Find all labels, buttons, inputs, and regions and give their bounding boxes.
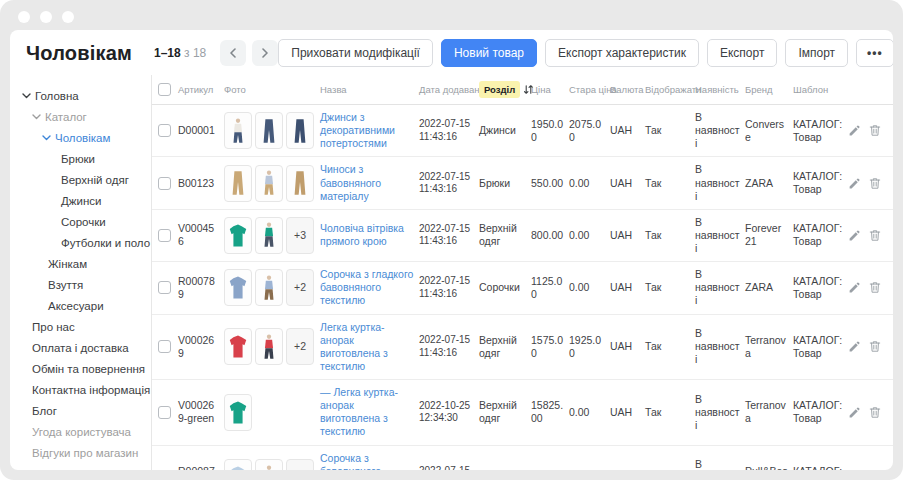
cell-currency: UAH	[610, 223, 645, 248]
new-product-button[interactable]: Новий товар	[441, 39, 537, 67]
import-button[interactable]: Імпорт	[785, 39, 848, 67]
more-photos-badge[interactable]: +2	[286, 269, 314, 306]
cell-name: Джинси з декоративними потертостями	[320, 105, 419, 156]
product-photo-thumbnail[interactable]	[224, 269, 252, 306]
sidebar-item-1[interactable]: Головна	[10, 85, 151, 106]
product-photo-thumbnail[interactable]	[286, 165, 314, 202]
row-checkbox[interactable]	[158, 281, 171, 294]
product-photo-thumbnail[interactable]	[224, 459, 252, 470]
sidebar-item-2[interactable]: Каталог	[10, 106, 151, 127]
sidebar-item-13[interactable]: Оплата і доставка	[10, 337, 151, 358]
sidebar-item-label: Джинси	[61, 195, 101, 207]
cell-currency: UAH	[610, 465, 645, 470]
sidebar-item-16[interactable]: Блог	[10, 400, 151, 421]
product-name-link[interactable]: Джинси з декоративними потертостями	[320, 111, 395, 149]
sidebar-item-12[interactable]: Про нас	[10, 316, 151, 337]
product-photo-thumbnail[interactable]	[224, 112, 252, 149]
sidebar-item-4[interactable]: Брюки	[10, 148, 151, 169]
cell-date: 2022-07-1511:43:16	[419, 165, 479, 202]
window-close-icon[interactable]	[18, 11, 30, 23]
edit-icon[interactable]	[848, 177, 861, 190]
header-cell-brand: Бренд	[745, 84, 793, 95]
edit-icon[interactable]	[848, 281, 861, 294]
product-name-link[interactable]: Чиноси з бавовняного матеріалу	[320, 163, 381, 201]
delete-icon[interactable]	[869, 124, 881, 137]
product-name-link[interactable]: Легка куртка-анорак виготовлена з тексти…	[320, 321, 388, 372]
cell-display: Так	[645, 223, 695, 248]
cell-availability: В наявності	[695, 321, 745, 372]
sidebar-item-5[interactable]: Верхній одяг	[10, 169, 151, 190]
sidebar-item-7[interactable]: Сорочки	[10, 211, 151, 232]
window-minimize-icon[interactable]	[40, 11, 52, 23]
cell-price: 1575.00	[531, 328, 569, 366]
cell-section: Верхній одяг	[479, 328, 531, 366]
sidebar-item-19[interactable]: Мапа сайту	[10, 463, 151, 470]
sidebar-item-15[interactable]: Контактна інформація	[10, 379, 151, 400]
delete-icon[interactable]	[869, 177, 881, 190]
row-checkbox[interactable]	[158, 177, 171, 190]
cell-sku: V000269-green	[178, 393, 224, 431]
prev-page-button[interactable]	[220, 40, 246, 66]
delete-icon[interactable]	[869, 406, 881, 419]
product-photo-thumbnail[interactable]	[255, 328, 283, 365]
sidebar-item-6[interactable]: Джинси	[10, 190, 151, 211]
more-photos-badge[interactable]: +3	[286, 217, 314, 254]
product-photo-thumbnail[interactable]	[224, 394, 252, 431]
delete-icon[interactable]	[869, 229, 881, 242]
delete-icon[interactable]	[869, 340, 881, 353]
sidebar-item-3[interactable]: Чоловікам	[10, 127, 151, 148]
cell-old-price: 0.00	[569, 171, 610, 196]
product-photo-thumbnail[interactable]	[224, 165, 252, 202]
row-checkbox[interactable]	[158, 124, 171, 137]
edit-icon[interactable]	[848, 229, 861, 242]
product-photo-thumbnail[interactable]	[255, 269, 283, 306]
sidebar-item-17[interactable]: Угода користувача	[10, 421, 151, 442]
header-cell-section[interactable]: Розділ	[479, 81, 531, 98]
row-checkbox[interactable]	[158, 406, 171, 419]
product-name-link[interactable]: Сорочка з гладкого бавовняного текстилю	[320, 268, 413, 306]
edit-icon[interactable]	[848, 406, 861, 419]
chevron-down-icon	[22, 93, 32, 99]
sidebar-item-label: Футболки и поло	[61, 237, 150, 249]
row-checkbox[interactable]	[158, 340, 171, 353]
product-name-link[interactable]: — Легка куртка-анорак виготовлена з текс…	[320, 386, 398, 437]
sidebar-item-10[interactable]: Взуття	[10, 274, 151, 295]
cell-section: Сорочки	[479, 465, 531, 470]
hide-modifications-button[interactable]: Приховати модифікації	[278, 39, 433, 67]
cell-photos	[224, 106, 320, 155]
export-button[interactable]: Експорт	[707, 39, 777, 67]
more-actions-button[interactable]: •••	[856, 39, 893, 67]
sidebar-item-11[interactable]: Аксесуари	[10, 295, 151, 316]
sidebar-item-9[interactable]: Жінкам	[10, 253, 151, 274]
product-photo-thumbnail[interactable]	[255, 165, 283, 202]
export-characteristics-button[interactable]: Експорт характеристик	[545, 39, 699, 67]
product-photo-thumbnail[interactable]	[255, 459, 283, 470]
sidebar-item-label: Взуття	[48, 279, 83, 291]
column-label: Шаблон	[793, 84, 828, 95]
cell-display: Так	[645, 400, 695, 425]
more-photos-badge[interactable]: +2	[286, 328, 314, 365]
product-name-link[interactable]: Чоловіча вітрівка прямого крою	[320, 222, 404, 247]
sidebar-item-18[interactable]: Відгуки про магазин	[10, 442, 151, 463]
product-photo-thumbnail[interactable]	[224, 217, 252, 254]
product-photo-thumbnail[interactable]	[224, 328, 252, 365]
sidebar-item-label: Відгуки про магазин	[32, 447, 138, 459]
window-maximize-icon[interactable]	[62, 11, 74, 23]
next-page-button[interactable]	[252, 40, 278, 66]
product-photo-thumbnail[interactable]	[286, 112, 314, 149]
edit-icon[interactable]	[848, 124, 861, 137]
delete-icon[interactable]	[869, 281, 881, 294]
column-label: Ціна	[531, 84, 551, 95]
product-photo-thumbnail[interactable]	[255, 217, 283, 254]
sidebar-item-8[interactable]: Футболки и поло	[10, 232, 151, 253]
more-photos-badge[interactable]: +2	[286, 459, 314, 470]
cell-section: Верхній одяг	[479, 393, 531, 431]
select-all-checkbox[interactable]	[158, 83, 171, 96]
product-photo-thumbnail[interactable]	[255, 112, 283, 149]
sidebar-item-14[interactable]: Обмін та повернення	[10, 358, 151, 379]
cell-name: Чиноси з бавовняного матеріалу	[320, 157, 419, 208]
row-checkbox[interactable]	[158, 229, 171, 242]
edit-icon[interactable]	[848, 340, 861, 353]
cell-actions	[851, 223, 885, 248]
product-name-link[interactable]: Сорочка з бавовняного матеріалу притален…	[320, 452, 408, 471]
